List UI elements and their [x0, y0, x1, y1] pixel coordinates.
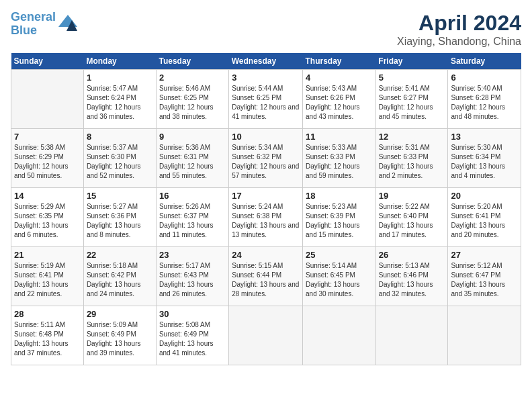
- day-info: Sunrise: 5:15 AM Sunset: 6:44 PM Dayligh…: [232, 261, 300, 299]
- sunset-label: Sunset: 6:34 PM: [451, 153, 500, 161]
- sunset-label: Sunset: 6:39 PM: [306, 212, 355, 220]
- day-info: Sunrise: 5:23 AM Sunset: 6:39 PM Dayligh…: [306, 202, 373, 240]
- sunset-label: Sunset: 6:24 PM: [87, 94, 136, 101]
- sunset-label: Sunset: 6:36 PM: [87, 212, 136, 220]
- daylight-label: Daylight: 13 hours and 32 minutes.: [379, 281, 433, 298]
- day-number: 6: [451, 73, 518, 83]
- sunset-label: Sunset: 6:40 PM: [379, 212, 429, 220]
- day-number: 16: [159, 191, 226, 201]
- day-info: Sunrise: 5:26 AM Sunset: 6:37 PM Dayligh…: [159, 202, 226, 240]
- col-saturday: Saturday: [448, 53, 521, 70]
- calendar-cell: 18 Sunrise: 5:23 AM Sunset: 6:39 PM Dayl…: [303, 188, 376, 247]
- sunset-label: Sunset: 6:37 PM: [159, 212, 209, 220]
- sunset-label: Sunset: 6:30 PM: [87, 153, 136, 161]
- daylight-label: Daylight: 13 hours and 6 minutes.: [14, 222, 69, 238]
- sunrise-label: Sunrise: 5:17 AM: [159, 262, 210, 269]
- daylight-label: Daylight: 13 hours and 30 minutes.: [306, 281, 360, 298]
- sunrise-label: Sunrise: 5:47 AM: [87, 85, 138, 92]
- sunset-label: Sunset: 6:47 PM: [451, 271, 500, 279]
- sunrise-label: Sunrise: 5:46 AM: [159, 85, 210, 92]
- day-number: 27: [451, 250, 518, 260]
- daylight-label: Daylight: 12 hours and 59 minutes.: [306, 163, 360, 179]
- calendar-week-5: 28 Sunrise: 5:11 AM Sunset: 6:48 PM Dayl…: [11, 306, 521, 365]
- day-number: 15: [87, 191, 153, 201]
- col-sunday: Sunday: [11, 53, 84, 70]
- calendar-week-2: 7 Sunrise: 5:38 AM Sunset: 6:29 PM Dayli…: [11, 129, 521, 188]
- calendar-cell: 5 Sunrise: 5:41 AM Sunset: 6:27 PM Dayli…: [375, 70, 448, 129]
- daylight-label: Daylight: 13 hours and 13 minutes.: [232, 222, 299, 238]
- calendar-cell: 25 Sunrise: 5:14 AM Sunset: 6:45 PM Dayl…: [303, 247, 376, 306]
- calendar-cell: 7 Sunrise: 5:38 AM Sunset: 6:29 PM Dayli…: [11, 129, 84, 188]
- daylight-label: Daylight: 12 hours and 55 minutes.: [159, 163, 214, 179]
- calendar-cell: 20 Sunrise: 5:20 AM Sunset: 6:41 PM Dayl…: [448, 188, 521, 247]
- calendar-cell: [448, 306, 521, 365]
- day-info: Sunrise: 5:29 AM Sunset: 6:35 PM Dayligh…: [14, 202, 81, 240]
- day-number: 17: [232, 191, 300, 201]
- daylight-label: Daylight: 13 hours and 22 minutes.: [14, 281, 69, 298]
- calendar-cell: 28 Sunrise: 5:11 AM Sunset: 6:48 PM Dayl…: [11, 306, 84, 365]
- day-number: 26: [379, 250, 445, 260]
- sunset-label: Sunset: 6:41 PM: [14, 271, 64, 279]
- calendar-week-4: 21 Sunrise: 5:19 AM Sunset: 6:41 PM Dayl…: [11, 247, 521, 306]
- sunrise-label: Sunrise: 5:29 AM: [14, 203, 65, 210]
- sunrise-label: Sunrise: 5:40 AM: [451, 85, 502, 92]
- sunrise-label: Sunrise: 5:26 AM: [159, 203, 210, 210]
- day-info: Sunrise: 5:22 AM Sunset: 6:40 PM Dayligh…: [379, 202, 445, 240]
- day-number: 20: [451, 191, 518, 201]
- sunrise-label: Sunrise: 5:34 AM: [232, 144, 283, 151]
- day-info: Sunrise: 5:41 AM Sunset: 6:27 PM Dayligh…: [379, 84, 445, 122]
- day-number: 1: [87, 73, 153, 83]
- day-info: Sunrise: 5:37 AM Sunset: 6:30 PM Dayligh…: [87, 143, 153, 181]
- day-info: Sunrise: 5:18 AM Sunset: 6:42 PM Dayligh…: [87, 261, 153, 299]
- daylight-label: Daylight: 13 hours and 41 minutes.: [159, 340, 214, 357]
- calendar-week-3: 14 Sunrise: 5:29 AM Sunset: 6:35 PM Dayl…: [11, 188, 521, 247]
- col-tuesday: Tuesday: [156, 53, 228, 70]
- day-number: 28: [14, 309, 81, 319]
- calendar-cell: 23 Sunrise: 5:17 AM Sunset: 6:43 PM Dayl…: [156, 247, 228, 306]
- calendar-cell: 4 Sunrise: 5:43 AM Sunset: 6:26 PM Dayli…: [303, 70, 376, 129]
- sunset-label: Sunset: 6:45 PM: [306, 271, 355, 279]
- daylight-label: Daylight: 13 hours and 15 minutes.: [306, 222, 360, 238]
- day-info: Sunrise: 5:24 AM Sunset: 6:38 PM Dayligh…: [232, 202, 300, 240]
- day-info: Sunrise: 5:30 AM Sunset: 6:34 PM Dayligh…: [451, 143, 518, 181]
- calendar-table: Sunday Monday Tuesday Wednesday Thursday…: [11, 53, 521, 365]
- day-info: Sunrise: 5:33 AM Sunset: 6:33 PM Dayligh…: [306, 143, 373, 181]
- day-number: 8: [87, 132, 153, 142]
- day-info: Sunrise: 5:09 AM Sunset: 6:49 PM Dayligh…: [87, 320, 153, 358]
- sunset-label: Sunset: 6:49 PM: [87, 330, 136, 338]
- sunset-label: Sunset: 6:33 PM: [306, 153, 355, 161]
- sunrise-label: Sunrise: 5:15 AM: [232, 262, 283, 269]
- sunset-label: Sunset: 6:29 PM: [14, 153, 64, 161]
- day-info: Sunrise: 5:14 AM Sunset: 6:45 PM Dayligh…: [306, 261, 373, 299]
- daylight-label: Daylight: 13 hours and 17 minutes.: [379, 222, 433, 238]
- daylight-label: Daylight: 12 hours and 48 minutes.: [451, 103, 505, 120]
- day-info: Sunrise: 5:19 AM Sunset: 6:41 PM Dayligh…: [14, 261, 81, 299]
- sunset-label: Sunset: 6:38 PM: [232, 212, 281, 220]
- sunset-label: Sunset: 6:25 PM: [232, 94, 281, 101]
- calendar-cell: 17 Sunrise: 5:24 AM Sunset: 6:38 PM Dayl…: [229, 188, 303, 247]
- calendar-cell: [375, 306, 448, 365]
- daylight-label: Daylight: 13 hours and 8 minutes.: [87, 222, 141, 238]
- daylight-label: Daylight: 12 hours and 38 minutes.: [159, 103, 214, 120]
- sunset-label: Sunset: 6:35 PM: [14, 212, 64, 220]
- sunset-label: Sunset: 6:28 PM: [451, 94, 500, 101]
- calendar-cell: 9 Sunrise: 5:36 AM Sunset: 6:31 PM Dayli…: [156, 129, 228, 188]
- calendar-cell: 1 Sunrise: 5:47 AM Sunset: 6:24 PM Dayli…: [83, 70, 156, 129]
- sunrise-label: Sunrise: 5:31 AM: [379, 144, 430, 151]
- calendar-title: April 2024: [397, 11, 521, 36]
- svg-marker-0: [58, 15, 77, 27]
- day-info: Sunrise: 5:08 AM Sunset: 6:49 PM Dayligh…: [159, 320, 226, 358]
- day-info: Sunrise: 5:11 AM Sunset: 6:48 PM Dayligh…: [14, 320, 81, 358]
- sunrise-label: Sunrise: 5:23 AM: [306, 203, 357, 210]
- calendar-cell: 6 Sunrise: 5:40 AM Sunset: 6:28 PM Dayli…: [448, 70, 521, 129]
- calendar-cell: 29 Sunrise: 5:09 AM Sunset: 6:49 PM Dayl…: [83, 306, 156, 365]
- day-info: Sunrise: 5:44 AM Sunset: 6:25 PM Dayligh…: [232, 84, 300, 122]
- sunset-label: Sunset: 6:27 PM: [379, 94, 429, 101]
- calendar-cell: [11, 70, 84, 129]
- logo-icon: [57, 13, 79, 32]
- sunrise-label: Sunrise: 5:09 AM: [87, 321, 138, 328]
- day-number: 12: [379, 132, 445, 142]
- daylight-label: Daylight: 13 hours and 37 minutes.: [14, 340, 69, 357]
- logo: General Blue: [11, 11, 79, 38]
- day-number: 18: [306, 191, 373, 201]
